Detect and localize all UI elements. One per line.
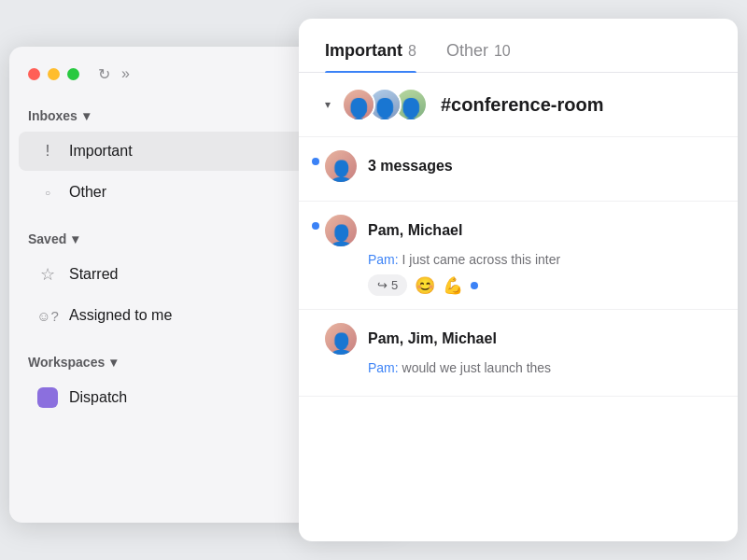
tabs-header: Important 8 Other 10: [299, 19, 738, 73]
tab-important[interactable]: Important 8: [325, 41, 416, 72]
chevron-double-icon[interactable]: »: [121, 65, 130, 83]
saved-section-title[interactable]: Saved ▾: [28, 231, 78, 246]
other-tab-label: Other: [446, 41, 488, 61]
message-top: 👤 3 messages: [325, 150, 712, 182]
preview-sender-highlight: Pam:: [368, 252, 399, 267]
inboxes-label: Inboxes: [28, 108, 78, 123]
dispatch-label: Dispatch: [69, 389, 127, 406]
starred-label: Starred: [69, 266, 118, 283]
important-icon: !: [37, 141, 58, 161]
reply-button[interactable]: ↪ 5: [368, 274, 407, 296]
message-preview-2: Pam: I just came across this inter: [368, 252, 712, 267]
message-item-pam-jim-michael[interactable]: 👤 Pam, Jim, Michael Pam: would we just l…: [299, 310, 738, 397]
saved-caret-icon: ▾: [72, 231, 78, 246]
maximize-button[interactable]: [67, 68, 79, 80]
message-sender-2: Pam, Michael: [368, 222, 462, 239]
emoji-muscle[interactable]: 💪: [443, 275, 463, 296]
message-avatar-1: 👤: [325, 150, 357, 182]
refresh-icon[interactable]: ↻: [98, 65, 110, 83]
message-avatar-3: 👤: [325, 323, 357, 355]
message-item-count[interactable]: 👤 3 messages: [299, 137, 738, 202]
main-panel: Important 8 Other 10 ▾ 👤: [299, 19, 738, 541]
message-preview-3: Pam: would we just launch thes: [368, 360, 712, 375]
workspaces-section-title[interactable]: Workspaces ▾: [28, 355, 117, 370]
important-tab-label: Important: [325, 41, 402, 61]
dispatch-dot: [37, 387, 58, 408]
close-button[interactable]: [28, 68, 40, 80]
other-icon: ○: [37, 182, 58, 203]
message-avatar-2: 👤: [325, 215, 357, 246]
message-top-2: 👤 Pam, Michael: [325, 215, 712, 246]
minimize-button[interactable]: [48, 68, 60, 80]
assigned-label: Assigned to me: [69, 307, 172, 324]
preview-sender-highlight-3: Pam:: [368, 360, 399, 375]
workspaces-caret-icon: ▾: [110, 355, 117, 370]
unread-dot-2: [312, 222, 319, 230]
other-tab-count: 10: [494, 43, 511, 60]
inboxes-section-title[interactable]: Inboxes ▾: [28, 108, 90, 123]
group-row-conference-room[interactable]: ▾ 👤 👤: [299, 73, 738, 137]
star-icon: ☆: [37, 264, 58, 285]
message-sender-3: Pam, Jim, Michael: [368, 330, 497, 347]
reply-count: 5: [391, 278, 398, 292]
reply-arrow-icon: ↪: [377, 278, 388, 292]
group-name: #conference-room: [441, 94, 604, 116]
unread-dot: [312, 158, 319, 165]
message-item-pam-michael[interactable]: 👤 Pam, Michael Pam: I just came across t…: [299, 202, 738, 310]
message-actions-2: ↪ 5 😊 💪: [368, 274, 712, 296]
avatar-1: 👤: [342, 88, 375, 121]
workspaces-label: Workspaces: [28, 355, 105, 370]
important-tab-count: 8: [408, 43, 416, 60]
message-top-3: 👤 Pam, Jim, Michael: [325, 323, 712, 355]
message-list: ▾ 👤 👤: [299, 73, 738, 397]
assigned-icon: ☺?: [37, 305, 58, 326]
message-sender-1: 3 messages: [368, 158, 453, 175]
tab-other[interactable]: Other 10: [446, 41, 511, 72]
emoji-smile[interactable]: 😊: [415, 275, 435, 296]
saved-label: Saved: [28, 231, 66, 246]
notification-dot: [471, 282, 478, 289]
group-caret-icon: ▾: [325, 98, 331, 111]
inboxes-caret-icon: ▾: [83, 108, 90, 123]
avatar-stack: 👤 👤 👤: [342, 88, 428, 121]
